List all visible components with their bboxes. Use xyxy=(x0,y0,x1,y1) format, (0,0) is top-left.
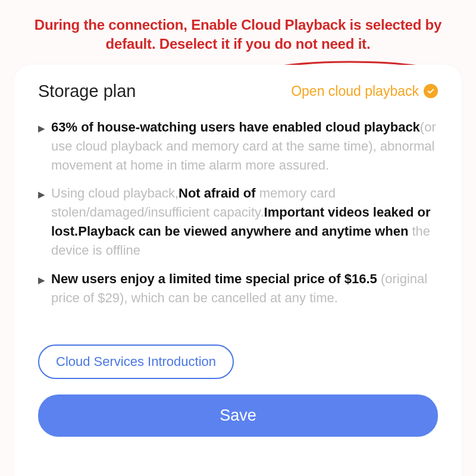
storage-plan-card: Storage plan Open cloud playback ▶ 63% o… xyxy=(14,65,462,476)
instruction-annotation: During the connection, Enable Cloud Play… xyxy=(0,0,476,65)
caret-right-icon: ▶ xyxy=(38,122,45,175)
bullet-text: 63% of house-watching users have enabled… xyxy=(51,118,438,175)
bullet-item: ▶ 63% of house-watching users have enabl… xyxy=(38,118,438,175)
open-cloud-playback-toggle[interactable]: Open cloud playback xyxy=(291,83,438,99)
cloud-services-intro-button[interactable]: Cloud Services Introduction xyxy=(38,345,234,379)
bullet-item: ▶ Using cloud playback,Not afraid of mem… xyxy=(38,184,438,260)
checkmark-icon xyxy=(424,84,438,98)
caret-right-icon: ▶ xyxy=(38,188,45,260)
page-title: Storage plan xyxy=(38,82,136,101)
bullet-text: New users enjoy a limited time special p… xyxy=(51,270,438,308)
save-button[interactable]: Save xyxy=(38,394,438,437)
bullets-list: ▶ 63% of house-watching users have enabl… xyxy=(38,118,438,308)
card-header: Storage plan Open cloud playback xyxy=(38,82,438,101)
toggle-label: Open cloud playback xyxy=(291,83,419,99)
caret-right-icon: ▶ xyxy=(38,274,45,308)
bullet-item: ▶ New users enjoy a limited time special… xyxy=(38,270,438,308)
bullet-text: Using cloud playback,Not afraid of memor… xyxy=(51,184,438,260)
